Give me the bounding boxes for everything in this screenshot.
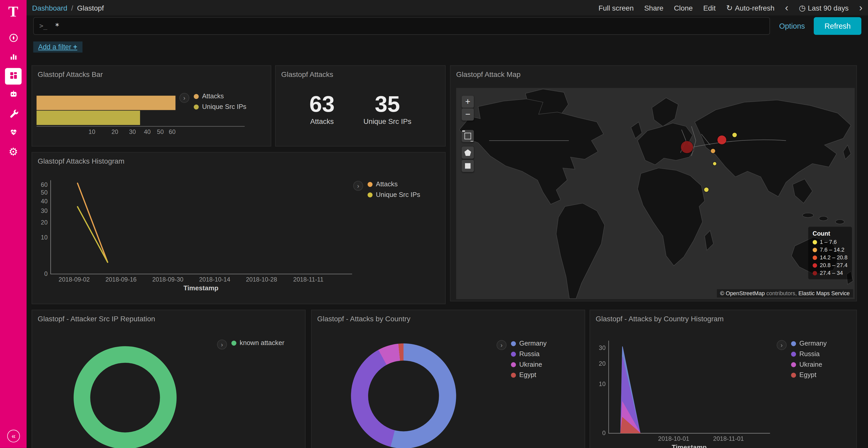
share-button[interactable]: Share — [644, 4, 663, 12]
panel-attacks-by-country: Glastopf - Attacks by Country ›GermanyRu… — [311, 310, 585, 448]
auto-refresh-button[interactable]: ↻Auto-refresh — [726, 3, 774, 12]
legend-item[interactable]: Russia — [791, 350, 827, 358]
legend-item[interactable]: known attacker — [231, 339, 284, 347]
refresh-cycle-icon: ↻ — [726, 3, 733, 12]
x-tick-label: 60 — [167, 128, 178, 135]
refresh-button[interactable]: Refresh — [814, 17, 861, 35]
x-axis-title: Timestamp — [672, 444, 707, 448]
legend-label: Russia — [519, 350, 540, 358]
legend-item[interactable]: Russia — [511, 350, 547, 358]
attack-point[interactable] — [711, 149, 715, 153]
add-filter-link[interactable]: Add a filter + — [33, 41, 83, 53]
sidebar-item-dashboard[interactable] — [5, 68, 22, 84]
clock-icon: ◷ — [799, 3, 805, 12]
gear-icon: ⚙ — [8, 146, 18, 157]
time-back-chevron-icon[interactable]: ‹ — [785, 3, 788, 13]
legend-dot — [511, 372, 516, 377]
options-link[interactable]: Options — [779, 22, 805, 30]
panel-title: Glastopf Attack Map — [456, 70, 851, 78]
breadcrumb-dashboard-link[interactable]: Dashboard — [32, 4, 67, 12]
attack-point[interactable] — [713, 162, 716, 165]
sidebar-item-dev-tools[interactable] — [5, 106, 22, 122]
clone-button[interactable]: Clone — [674, 4, 693, 12]
time-forward-chevron-icon[interactable]: › — [859, 3, 863, 13]
legend-dot — [511, 351, 516, 356]
legend-toggle-icon[interactable]: › — [179, 93, 189, 103]
legend-toggle-icon[interactable]: › — [353, 181, 363, 191]
legend-item[interactable]: Egypt — [511, 371, 547, 379]
attack-point[interactable] — [733, 133, 737, 137]
metric-attacks: 63 Attacks — [309, 92, 335, 126]
legend-range-label: 1 – 7.6 — [820, 239, 837, 245]
legend-dot — [511, 341, 516, 346]
y-tick-label: 50 — [41, 189, 48, 196]
topnav-actions: Full screen Share Clone Edit ↻Auto-refre… — [598, 3, 863, 13]
mask-icon — [8, 89, 18, 101]
legend-item[interactable]: Egypt — [791, 371, 827, 379]
y-tick-label: 60 — [41, 181, 48, 188]
series-line[interactable] — [78, 183, 108, 262]
zoom-out-button[interactable]: − — [462, 108, 474, 120]
x-tick-label: 50 — [155, 128, 166, 135]
edit-button[interactable]: Edit — [703, 4, 716, 12]
legend-toggle-icon[interactable]: › — [217, 340, 227, 350]
legend-item[interactable]: Unique Src IPs — [368, 191, 420, 199]
legend-items: GermanyRussiaUkraineEgypt — [511, 340, 547, 379]
bar-segment[interactable] — [36, 96, 176, 110]
donut-chart[interactable] — [74, 346, 177, 448]
legend-item[interactable]: Ukraine — [511, 360, 547, 368]
map-legend-row: 14.2 – 20.8 — [813, 254, 847, 261]
legend-dot — [813, 271, 817, 275]
series-line[interactable] — [78, 207, 108, 262]
legend-item[interactable]: Attacks — [368, 180, 420, 188]
sidebar-item-timelion[interactable] — [5, 87, 22, 103]
attack-point[interactable] — [717, 136, 726, 144]
legend-item[interactable]: Germany — [791, 340, 827, 347]
legend-label: Ukraine — [519, 360, 542, 368]
full-screen-button[interactable]: Full screen — [598, 4, 634, 12]
map-legend-title: Count — [813, 230, 847, 237]
attack-points-layer — [456, 88, 855, 299]
zoom-in-button[interactable]: + — [462, 96, 474, 108]
compass-icon — [8, 33, 18, 44]
donut-chart[interactable] — [351, 343, 456, 448]
legend-item[interactable]: Unique Src IPs — [194, 103, 246, 111]
filter-bar: Add a filter + — [27, 36, 868, 57]
sidebar-collapse-button[interactable]: « — [7, 430, 20, 442]
legend-item[interactable]: Ukraine — [791, 360, 827, 368]
fit-bounds-button[interactable] — [462, 130, 474, 142]
bar-segment[interactable] — [36, 111, 140, 125]
draw-rectangle-button[interactable] — [462, 160, 474, 172]
sidebar-item-monitoring[interactable] — [5, 125, 22, 141]
legend-item[interactable]: Germany — [511, 340, 547, 347]
panel-title: Glastopf Attacks Bar — [38, 70, 265, 78]
wrench-icon — [8, 108, 18, 120]
metric-label: Attacks — [309, 117, 335, 126]
world-map[interactable]: + − Count 1 – 7.67.6 – 14.214.2 – 20.820… — [456, 88, 855, 299]
legend-label: Attacks — [376, 180, 398, 188]
map-legend-row: 27.4 – 34 — [813, 270, 847, 276]
plus-icon: + — [73, 43, 77, 51]
legend-item[interactable]: Attacks — [194, 92, 246, 100]
panel-attacks-bar: Glastopf Attacks Bar 102030405060 ›Attac… — [32, 65, 271, 146]
legend-dot — [791, 362, 796, 367]
legend-dot — [511, 362, 516, 367]
attack-point[interactable] — [704, 187, 709, 192]
legend-toggle-icon[interactable]: › — [777, 340, 786, 350]
sidebar-item-management[interactable]: ⚙ — [5, 143, 22, 160]
chart-legend: ›GermanyRussiaUkraineEgypt — [497, 340, 547, 379]
x-tick-label: 10 — [86, 128, 97, 135]
search-query-input[interactable] — [33, 17, 770, 35]
rectangle-icon — [465, 163, 470, 169]
panel-src-ip-reputation: Glastopf - Attacker Src IP Reputation ›k… — [32, 310, 306, 448]
x-axis-line — [36, 126, 245, 127]
sidebar-item-discover[interactable] — [5, 30, 22, 47]
draw-polygon-button[interactable] — [462, 146, 474, 159]
breadcrumb-separator: / — [71, 4, 73, 12]
x-tick-label: 30 — [127, 128, 138, 135]
sidebar-item-visualize[interactable] — [5, 49, 22, 66]
attack-point[interactable] — [681, 141, 693, 153]
time-picker-button[interactable]: ◷Last 90 days — [799, 3, 848, 12]
legend-toggle-icon[interactable]: › — [497, 340, 506, 350]
line-chart: 01020304050602018-09-022018-09-162018-09… — [32, 152, 445, 304]
